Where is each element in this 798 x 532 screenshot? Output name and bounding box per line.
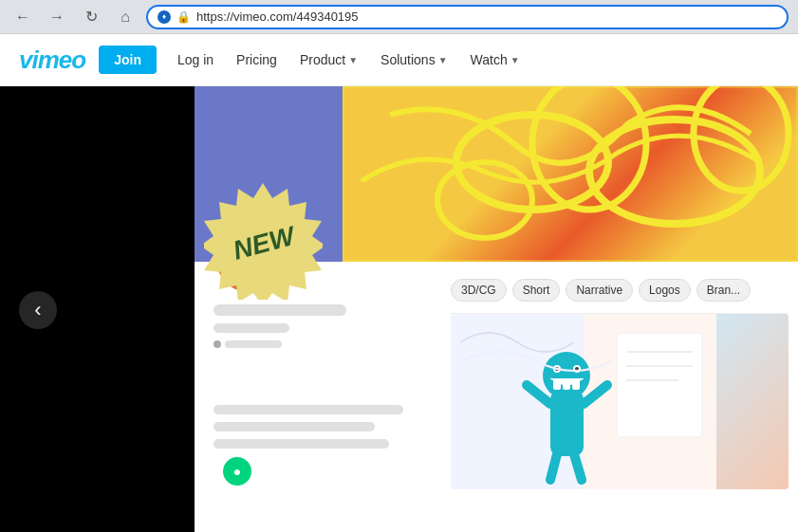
username-placeholder — [213, 304, 346, 316]
product-link[interactable]: Product ▼ — [288, 52, 369, 67]
graffiti-area — [343, 86, 798, 262]
watch-chevron-icon: ▼ — [510, 55, 520, 65]
login-link[interactable]: Log in — [166, 52, 225, 67]
prev-button[interactable]: ‹ — [19, 291, 57, 329]
product-chevron-icon: ▼ — [348, 55, 358, 65]
portfolio-illustration-svg — [451, 314, 716, 489]
browser-titlebar: ← → ↻ ⌂ ♦ 🔒 https://vimeo.com/449340195 — [0, 0, 798, 33]
pricing-link[interactable]: Pricing — [225, 52, 288, 67]
tag-3dcg[interactable]: 3D/CG — [451, 279, 507, 302]
profile-card-container: ✓ ● — [195, 262, 798, 532]
join-button[interactable]: Join — [99, 46, 157, 74]
vimeo-navbar: vimeo Join Log in Pricing Product ▼ Solu… — [0, 34, 798, 86]
home-button[interactable]: ⌂ — [112, 4, 139, 30]
page-content: NEW — [195, 86, 798, 532]
location-dot-icon — [213, 340, 221, 348]
bio-line-3 — [213, 439, 389, 449]
tag-short[interactable]: Short — [512, 279, 561, 302]
profile-right-column: 3D/CG Short Narrative Logos Bran... — [441, 262, 798, 532]
shield-icon: ♦ — [158, 10, 171, 24]
bio-line-2 — [213, 422, 375, 431]
tag-bran[interactable]: Bran... — [696, 279, 751, 302]
svg-rect-17 — [563, 380, 570, 390]
svg-rect-18 — [572, 380, 580, 390]
location-placeholder — [225, 340, 282, 348]
new-badge-star-svg: NEW — [204, 181, 323, 300]
small-green-badge: ● — [223, 457, 251, 486]
graffiti-svg — [343, 86, 798, 262]
svg-rect-27 — [617, 333, 702, 437]
portfolio-card-image — [451, 314, 789, 489]
svg-point-15 — [543, 352, 590, 399]
tag-logos[interactable]: Logos — [639, 279, 691, 302]
new-badge: NEW — [204, 181, 323, 300]
svg-rect-14 — [550, 390, 584, 456]
tag-narrative[interactable]: Narrative — [566, 279, 633, 302]
forward-button[interactable]: → — [44, 4, 70, 30]
bio-area — [213, 405, 422, 449]
lock-icon: 🔒 — [176, 10, 191, 24]
address-bar[interactable]: ♦ 🔒 https://vimeo.com/449340195 — [146, 5, 789, 29]
solutions-chevron-icon: ▼ — [438, 55, 448, 65]
bio-line-1 — [213, 405, 403, 414]
tags-row: 3D/CG Short Narrative Logos Bran... — [451, 271, 789, 314]
vimeo-logo: vimeo — [19, 46, 85, 75]
solutions-link[interactable]: Solutions ▼ — [369, 52, 459, 67]
watch-link[interactable]: Watch ▼ — [459, 52, 531, 67]
svg-line-21 — [550, 454, 557, 480]
black-sidebar: ‹ — [0, 86, 195, 532]
main-content: ‹ NEW — [0, 86, 798, 532]
location-line — [213, 340, 422, 348]
browser-chrome: ← → ↻ ⌂ ♦ 🔒 https://vimeo.com/449340195 — [0, 0, 798, 34]
back-button[interactable]: ← — [9, 4, 36, 30]
username-sub-placeholder — [213, 323, 289, 333]
profile-left-column: ✓ ● — [195, 262, 441, 532]
reload-button[interactable]: ↻ — [78, 4, 104, 30]
url-text: https://vimeo.com/449340195 — [196, 9, 777, 24]
svg-rect-16 — [553, 380, 561, 390]
